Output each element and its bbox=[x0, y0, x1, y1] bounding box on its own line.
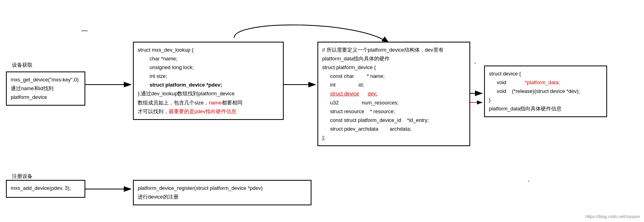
box2-line1: struct mxs_dev_lookup { bbox=[138, 46, 279, 54]
box2-line2: char *name; bbox=[138, 54, 279, 63]
box4-line3: void (*release)(struct device *dev); bbox=[489, 87, 602, 96]
dash-label: — bbox=[81, 27, 88, 34]
box3-close: }; bbox=[322, 133, 465, 142]
box5-line1: mxs_add_device(pdev, 3); bbox=[11, 184, 81, 193]
label-register: 注册设备 bbox=[12, 173, 33, 180]
label-acquire: 设备获取 bbox=[12, 62, 33, 69]
box6-line1: platform_device_register(struct platform… bbox=[138, 184, 307, 193]
box-add-device: mxs_add_device(pdev, 3); bbox=[6, 180, 85, 198]
box4-line4: } bbox=[489, 96, 602, 104]
box-platform-device: // 所以需要定义一个platform_device结构体，dev里有 plat… bbox=[317, 42, 470, 146]
box3-field-archdata: struct pdev_archdata archdata; bbox=[322, 125, 465, 133]
box2-line4: int size; bbox=[138, 72, 279, 81]
box1-line2: 通过name和id找到platform_device bbox=[11, 84, 81, 102]
box2-line6: };通过dev_lookup数组找到platform_device bbox=[138, 89, 279, 98]
box2-line3: unsigned long lock; bbox=[138, 63, 279, 72]
box2-line5: struct platform_device *pdev; bbox=[138, 81, 279, 89]
box4-line5: platform_data指向具体硬件信息 bbox=[489, 104, 602, 113]
box3-field-u32: u32 num_resources; bbox=[322, 98, 465, 107]
box2-line8: 才可以找到，最重要的是pdev指向硬件信息 bbox=[138, 107, 279, 116]
box-device-struct: struct device { void *platform_data; voi… bbox=[484, 66, 607, 117]
box1-line1: mxs_get_device("mxs-key",0) bbox=[11, 75, 81, 84]
box2-line7: 数组成员如上，包含几个size，name都要相同 bbox=[138, 98, 279, 107]
box3-comment1: // 所以需要定义一个platform_device结构体，dev里有 bbox=[322, 46, 465, 54]
box6-line2: 进行device的注册 bbox=[138, 193, 307, 201]
box4-line2: void *platform_data; bbox=[489, 78, 602, 87]
dot-bottom-right: · bbox=[528, 177, 530, 185]
box3-field-resource: struct resource * resource; bbox=[322, 107, 465, 116]
dot-top-right: · bbox=[474, 59, 476, 67]
box3-field-id-entry: const struct platform_device_id *id_entr… bbox=[322, 116, 465, 125]
box3-comment2: platform_data指向具体的硬件 bbox=[322, 54, 465, 63]
box3-field-dev: struct device dev; bbox=[322, 89, 465, 98]
box3-field-id: int id; bbox=[322, 81, 465, 89]
box-platform-register: platform_device_register(struct platform… bbox=[133, 180, 311, 205]
box4-line1: struct device { bbox=[489, 69, 602, 78]
footnote: https://blog.csdn.net/zuopon bbox=[585, 214, 640, 219]
box3-field-name: const char * name; bbox=[322, 72, 465, 81]
box3-struct-open: struct platform_device { bbox=[322, 63, 465, 72]
box-mxs-dev-lookup: struct mxs_dev_lookup { char *name; unsi… bbox=[133, 42, 284, 120]
box-get-device: mxs_get_device("mxs-key",0) 通过name和id找到p… bbox=[6, 71, 85, 106]
